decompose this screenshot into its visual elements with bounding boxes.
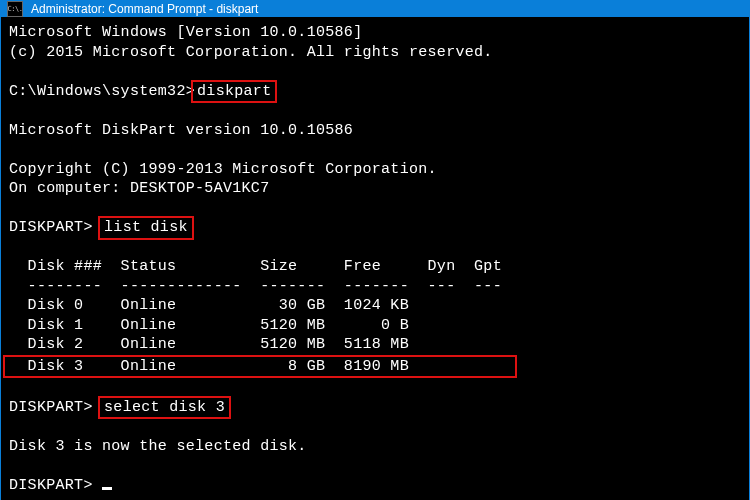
line-on-computer: On computer: DESKTOP-5AV1KC7 <box>9 180 269 197</box>
line-diskpart-copyright: Copyright (C) 1999-2013 Microsoft Corpor… <box>9 161 437 178</box>
cmd-icon-text: C:\. <box>8 5 23 13</box>
line-win-version: Microsoft Windows [Version 10.0.10586] <box>9 24 362 41</box>
disk-table-header: Disk ### Status Size Free Dyn Gpt <box>9 258 502 275</box>
line-copyright-2015: (c) 2015 Microsoft Corporation. All righ… <box>9 44 493 61</box>
cmd-list-disk: list disk <box>98 216 194 240</box>
cmd-diskpart: diskpart <box>191 80 277 104</box>
cmd-icon: C:\. <box>7 1 23 17</box>
cmd-select-disk-3: select disk 3 <box>98 396 231 420</box>
command-prompt-window: C:\. Administrator: Command Prompt - dis… <box>0 0 750 500</box>
disk-row-1: Disk 1 Online 5120 MB 0 B <box>9 317 409 334</box>
prompt-system32: C:\Windows\system32> <box>9 83 195 100</box>
window-title: Administrator: Command Prompt - diskpart <box>31 2 258 16</box>
line-select-result: Disk 3 is now the selected disk. <box>9 438 307 455</box>
disk-row-3: Disk 3 Online 8 GB 8190 MB <box>3 355 517 379</box>
prompt-diskpart-2: DISKPART> <box>9 399 93 416</box>
prompt-diskpart-3: DISKPART> <box>9 477 93 494</box>
prompt-diskpart-1: DISKPART> <box>9 219 93 236</box>
terminal-output[interactable]: Microsoft Windows [Version 10.0.10586] (… <box>1 17 749 500</box>
line-diskpart-version: Microsoft DiskPart version 10.0.10586 <box>9 122 353 139</box>
disk-row-0: Disk 0 Online 30 GB 1024 KB <box>9 297 409 314</box>
titlebar[interactable]: C:\. Administrator: Command Prompt - dis… <box>1 1 749 17</box>
disk-row-2: Disk 2 Online 5120 MB 5118 MB <box>9 336 409 353</box>
cursor <box>102 487 112 490</box>
disk-table-divider: -------- ------------- ------- ------- -… <box>9 278 502 295</box>
